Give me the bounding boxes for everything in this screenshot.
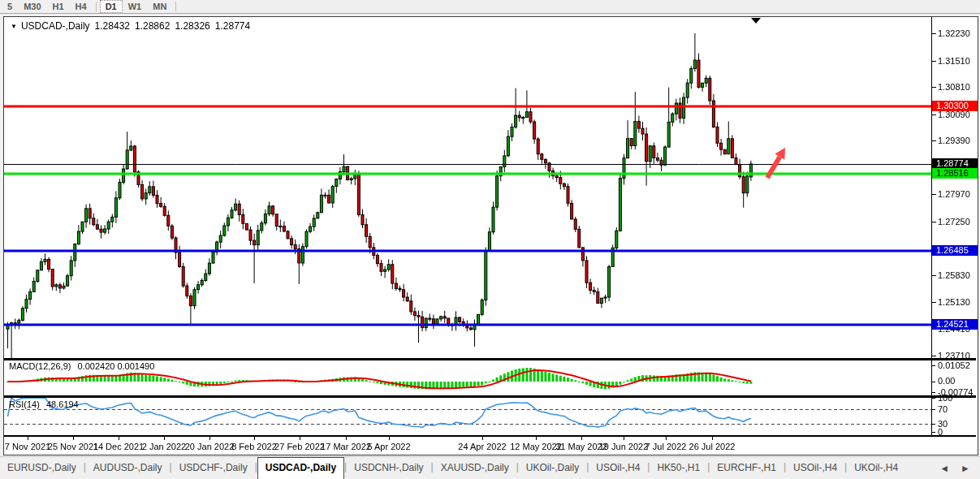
timeframe-button-w1[interactable]: W1: [123, 1, 148, 12]
date-label: 5 Apr 2022: [360, 442, 417, 451]
price-badge: 1.28516: [932, 168, 978, 179]
tab-hk50-h1[interactable]: HK50-,H1: [650, 457, 707, 479]
toolbar-separator: [175, 2, 176, 11]
price-tick: 1.30810: [938, 82, 970, 92]
price-badge: 1.24521: [932, 319, 978, 330]
rsi-axis-label: 100: [938, 393, 952, 403]
tab-scroll-left-icon[interactable]: ◄: [939, 463, 949, 474]
ohlc-high: 1.28862: [135, 20, 170, 32]
tab-ukoil-h4[interactable]: UKOil-,H4: [847, 457, 905, 479]
tab-usdchf-daily[interactable]: USDCHF-,Daily: [172, 457, 255, 479]
chart-canvas[interactable]: [4, 17, 976, 453]
rsi-name: RSI(14): [9, 399, 40, 409]
date-label: 24 Apr 2022: [454, 442, 511, 451]
macd-name: MACD(12,26,9): [9, 361, 71, 371]
macd-label: MACD(12,26,9) 0.002420 0.001490: [9, 361, 158, 371]
tab-ukoil-daily[interactable]: UKOil-,Daily: [519, 457, 586, 479]
price-badge: 1.30300: [932, 101, 978, 111]
price-tick: 1.31510: [938, 56, 970, 66]
date-label: 26 Jul 2022: [684, 442, 740, 451]
symbol-tab-bar: EURUSD-,Daily|AUDUSD-,Daily|USDCHF-,Dail…: [0, 456, 980, 479]
rsi-axis-label: 0: [938, 427, 943, 437]
rsi-value: 48.6194: [46, 399, 79, 409]
tab-eurchf-h1[interactable]: EURCHF-,H1: [710, 457, 784, 479]
timeframe-button-5[interactable]: 5: [2, 1, 18, 12]
tab-audusd-daily[interactable]: AUDUSD-,Daily: [86, 457, 170, 479]
tab-usoil-h4[interactable]: USOil-,H4: [589, 457, 647, 479]
tab-scroll: ◄►: [939, 457, 980, 479]
tab-xauusd-daily[interactable]: XAUUSD-,Daily: [434, 457, 516, 479]
price-tick: 1.25130: [938, 297, 970, 307]
macd-axis-label: 0.00: [938, 376, 955, 386]
toolbar-separator: [96, 2, 97, 11]
timeframe-button-d1[interactable]: D1: [100, 0, 123, 13]
chart-symbol-label: USDCAD-,Daily: [21, 20, 90, 32]
timeframe-button-h4[interactable]: H4: [70, 1, 93, 12]
timeframe-button-m30[interactable]: M30: [18, 1, 46, 12]
timeframe-toolbar: 5M30H1H4D1W1MN: [0, 0, 980, 14]
macd-axis-label: 0.01052: [938, 360, 970, 370]
price-tick: 1.27250: [938, 217, 970, 227]
chart-window: ▼ USDCAD-,Daily 1.28432 1.28862 1.28326 …: [3, 16, 978, 455]
chart-title: ▼ USDCAD-,Daily 1.28432 1.28862 1.28326 …: [11, 20, 255, 32]
tab-usdcad-daily[interactable]: USDCAD-,Daily: [257, 457, 344, 479]
price-tick: 1.27970: [938, 189, 970, 199]
ohlc-open: 1.28432: [95, 20, 130, 32]
tab-eurusd-daily[interactable]: EURUSD-,Daily: [0, 457, 84, 479]
rsi-label: RSI(14) 48.6194: [9, 399, 83, 409]
price-tick: 1.23710: [938, 351, 970, 360]
price-tick: 1.29390: [938, 136, 970, 145]
rsi-axis-label: 70: [938, 404, 948, 414]
chart-dropdown-caret[interactable]: ▼: [11, 23, 17, 30]
price-badge: 1.26485: [932, 245, 978, 256]
price-tick: 1.25830: [938, 270, 970, 280]
price-tick: 1.32230: [938, 28, 970, 38]
ohlc-close: 1.28774: [215, 20, 250, 32]
ohlc-low: 1.28326: [175, 20, 209, 32]
tab-usdcnh-daily[interactable]: USDCNH-,Daily: [347, 457, 430, 479]
timeframe-button-mn[interactable]: MN: [147, 1, 172, 12]
tab-usoil-h4[interactable]: USOil-,H4: [786, 457, 844, 479]
tab-scroll-right-icon[interactable]: ►: [961, 463, 970, 474]
timeframe-button-h1[interactable]: H1: [47, 1, 70, 12]
macd-values: 0.002420 0.001490: [77, 361, 154, 371]
